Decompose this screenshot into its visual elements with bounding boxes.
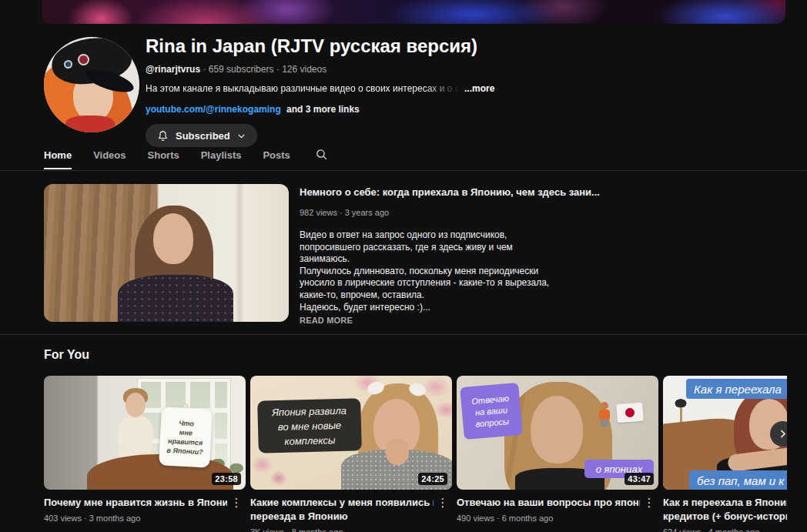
video-meta: 403 views · 3 months ago — [44, 514, 246, 523]
video-meta: 624 views · 4 months ago — [663, 527, 787, 532]
channel-primary-link[interactable]: youtube.com/@rinnekogaming — [146, 104, 281, 115]
dot-separator: · — [203, 64, 206, 75]
tab-shorts[interactable]: Shorts — [148, 149, 179, 168]
thumb-person-top — [118, 275, 233, 322]
video-menu-icon[interactable]: ⋮ — [434, 496, 452, 524]
featured-video-description: Видео в ответ на запрос одного из подпис… — [300, 229, 661, 313]
thumb-overlay-text: Как я переехала — [686, 379, 787, 399]
subscribed-label: Subscribed — [176, 130, 230, 142]
channel-description-row: На этом канале я выкладываю различные ви… — [146, 83, 685, 94]
video-title[interactable]: Как я переехала в Японию без п кредитов … — [663, 496, 787, 524]
video-thumbnail[interactable]: Что мне нравится в Японии? 23:58 — [44, 376, 246, 490]
thumb-overlay-text: Что мне нравится в Японии? — [159, 407, 213, 467]
person-emoji — [598, 402, 611, 427]
channel-tabs: Home Videos Shorts Playlists Posts — [44, 147, 328, 170]
duration-badge: 43:47 — [625, 473, 654, 485]
thumb-overlay-text: Отвечаю на ваши вопросы — [460, 383, 523, 440]
tabs-divider — [0, 170, 807, 171]
video-card: Как я переехала без пап, мам и к Как я п… — [663, 376, 787, 532]
video-title[interactable]: Почему мне нравится жизнь в Японии? — [44, 496, 227, 510]
video-card: Отвечаю на ваши вопросы о японцах 43:47 … — [457, 376, 658, 523]
video-count: 126 videos — [282, 64, 326, 75]
thumb-overlay-text-2: без пап, мам и к — [689, 470, 787, 490]
thumb-person-face — [126, 393, 146, 417]
duration-badge: 23:58 — [212, 473, 241, 485]
tab-posts[interactable]: Posts — [263, 149, 290, 168]
subscribed-button[interactable]: Subscribed — [146, 124, 257, 147]
tab-home[interactable]: Home — [44, 149, 72, 168]
chevron-down-icon — [236, 131, 246, 141]
channel-banner — [42, 0, 785, 24]
video-menu-icon[interactable]: ⋮ — [227, 496, 246, 510]
avatar-shirt — [65, 115, 115, 132]
video-title[interactable]: Какие комплексы у меня появились после п… — [250, 496, 434, 524]
bell-icon — [156, 129, 169, 142]
channel-handle: @rinarjtvrus — [146, 64, 200, 75]
video-meta: 490 views · 6 months ago — [457, 514, 658, 523]
tab-videos[interactable]: Videos — [93, 149, 126, 168]
video-meta: 3K views · 8 months ago — [250, 527, 452, 532]
video-card: Что мне нравится в Японии? 23:58 Почему … — [44, 376, 246, 523]
video-thumbnail[interactable]: Как я переехала без пап, мам и к — [663, 376, 787, 490]
channel-avatar[interactable] — [44, 37, 139, 132]
channel-links-row: youtube.com/@rinnekogaming and 3 more li… — [146, 104, 685, 115]
video-thumbnail[interactable]: Отвечаю на ваши вопросы о японцах 43:47 — [457, 376, 658, 490]
video-title[interactable]: Отвечаю на ваши вопросы про японцев — [457, 496, 640, 510]
featured-video-title[interactable]: Немного о себе: когда приехала в Японию,… — [300, 186, 661, 199]
description-more-button[interactable]: ...more — [464, 83, 494, 94]
channel-header: Rina in Japan (RJTV русская версия) @rin… — [146, 34, 685, 147]
featured-video-thumbnail[interactable] — [44, 184, 289, 322]
avatar-cap-pin — [64, 60, 72, 69]
video-thumbnail[interactable]: Япония развила во мне новые комплексы 24… — [250, 376, 452, 490]
video-menu-icon[interactable]: ⋮ — [640, 496, 658, 510]
subscriber-count: 659 subscribers — [209, 64, 274, 75]
dot-separator: · — [276, 64, 280, 75]
thumb-person-face — [153, 213, 193, 264]
more-links-button[interactable]: and 3 more links — [286, 104, 360, 115]
channel-description: На этом канале я выкладываю различные ви… — [146, 83, 463, 94]
channel-stats: @rinarjtvrus · 659 subscribers · 126 vid… — [146, 64, 685, 75]
featured-video-info: Немного о себе: когда приехала в Японию,… — [300, 186, 661, 325]
japan-flag-emoji — [616, 403, 644, 423]
section-divider — [0, 334, 807, 335]
search-icon[interactable] — [315, 148, 328, 169]
avatar-cap-pin — [78, 54, 89, 65]
featured-video-meta: 982 views · 3 years ago — [300, 208, 661, 217]
tab-playlists[interactable]: Playlists — [201, 149, 242, 168]
for-you-heading: For You — [44, 348, 89, 362]
thumb-person-hand — [386, 439, 409, 465]
for-you-row: Что мне нравится в Японии? 23:58 Почему … — [44, 376, 787, 532]
channel-title: Rina in Japan (RJTV русская версия) — [146, 34, 685, 59]
read-more-button[interactable]: READ MORE — [300, 316, 661, 325]
video-card: Япония развила во мне новые комплексы 24… — [250, 376, 452, 532]
thumb-person-face — [531, 396, 583, 463]
duration-badge: 24:25 — [418, 473, 447, 485]
thumb-overlay-text: Япония развила во мне новые комплексы — [257, 398, 362, 453]
